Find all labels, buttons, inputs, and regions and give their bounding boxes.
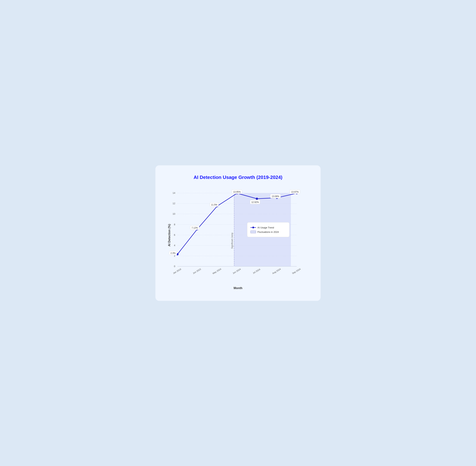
y-tick-12: 12 (173, 202, 175, 205)
y-tick-0: 0 (174, 265, 175, 268)
x-tick-6: Sep 2024 (292, 268, 301, 275)
y-tick-4: 4 (174, 244, 175, 247)
label-4: 12.92% (251, 201, 259, 203)
chart-container: AI Detection Usage Growth (2019-2024) AI… (155, 165, 321, 301)
chart-area: AI Detection (%) Significant Jump (166, 187, 310, 283)
y-tick-10: 10 (173, 212, 175, 215)
y-tick-8: 8 (174, 223, 175, 226)
y-tick-14: 14 (173, 192, 175, 194)
label-2: 11.5% (211, 203, 217, 206)
x-tick-3: Jun 2024 (232, 268, 241, 274)
dot-4 (256, 198, 258, 200)
legend-line-label: AI Usage Trend (257, 226, 274, 229)
chart-title: AI Detection Usage Growth (2019-2024) (166, 175, 310, 180)
label-3: 13.95% (233, 191, 241, 193)
x-tick-1: Jun 2023 (192, 268, 201, 274)
x-tick-5: Aug 2024 (272, 268, 281, 275)
label-0: 2.3% (171, 252, 176, 255)
label-6: 13.97% (291, 191, 299, 193)
y-tick-6: 6 (174, 233, 175, 236)
legend-dot (252, 227, 254, 228)
x-tick-2: May 2024 (212, 268, 222, 275)
label-1: 7.12% (192, 227, 198, 229)
x-axis-label: Month (166, 287, 310, 290)
x-tick-4: Jul 2024 (252, 268, 261, 274)
y-axis-label: AI Detection (%) (168, 224, 171, 246)
legend-box (247, 222, 289, 237)
label-5: 13.08% (272, 195, 279, 198)
x-tick-0: Jan 2019 (172, 268, 182, 274)
legend-shading-rect (250, 231, 256, 233)
legend-shading-label: Fluctuations in 2024 (257, 231, 279, 233)
chart-svg: Significant Jump 0 2 4 6 8 10 12 14 (166, 187, 310, 283)
